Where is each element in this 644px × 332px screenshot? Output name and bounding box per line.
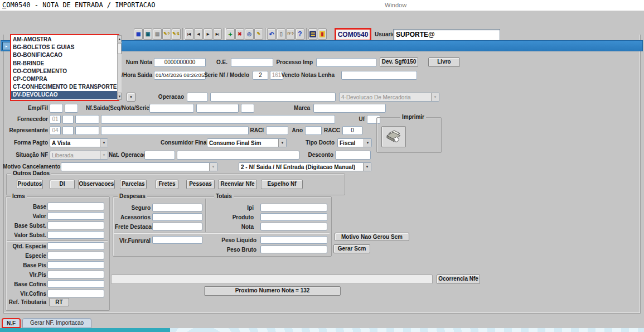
list-item[interactable]: CP-COMPRA	[11, 75, 117, 83]
frete-destacado-field[interactable]	[152, 223, 202, 230]
vencto-notas-lenha-field[interactable]	[341, 71, 417, 80]
ano-label: Ano	[288, 126, 303, 135]
seguro-label: Seguro	[115, 204, 151, 213]
gerar-scm-button[interactable]: Gerar Scm	[333, 244, 370, 253]
list-item[interactable]: AM-AMOSTRA	[11, 36, 117, 44]
icms-base-field[interactable]	[47, 203, 104, 210]
reenviar-nfe-button[interactable]: Reenviar Nfe	[218, 180, 257, 189]
raci-field[interactable]	[266, 126, 288, 135]
operacao-code-field[interactable]	[187, 93, 208, 102]
representante-emp-field: 04	[50, 126, 61, 135]
emp-field[interactable]	[50, 104, 63, 113]
racc-field[interactable]: 0	[342, 126, 362, 135]
ipi-field[interactable]	[260, 204, 327, 211]
produtos-button[interactable]: Produtos	[17, 180, 43, 189]
situacao-nf-combo: Liberada ▼	[50, 151, 108, 160]
vlr-funrural-field[interactable]	[152, 236, 202, 244]
chevron-down-icon: ▼	[209, 163, 217, 171]
representante-code-field[interactable]	[75, 126, 99, 135]
vlr-pis-field[interactable]	[47, 271, 104, 278]
scroll-thumb[interactable]	[118, 43, 122, 54]
serie-nf-label: Serie Nf / Modelo	[190, 71, 249, 80]
di-button[interactable]: DI	[50, 180, 75, 189]
imprimir-button[interactable]	[381, 126, 406, 147]
base-cofins-field[interactable]	[47, 280, 104, 288]
tab-gerar-nf-importacao[interactable]: Gerar NF. Importacao	[22, 318, 91, 328]
representante-name-field[interactable]	[101, 126, 249, 135]
window-title: COM0540 - NOTA DE ENTRADA / IMPORTACAO	[2, 1, 156, 9]
peso-liquido-label: Peso Liquido	[212, 236, 256, 245]
wallpaper-fragment	[170, 328, 644, 332]
proximo-numero-nota-button[interactable]: Proximo Numero Nota = 132	[204, 286, 341, 296]
vlr-cofins-field[interactable]	[47, 290, 104, 297]
pessoas-button[interactable]: Pessoas	[186, 180, 215, 189]
ocorrencia-nfe-button[interactable]: Ocorrencia Nfe	[437, 275, 480, 284]
scroll-down-icon[interactable]: ▼	[118, 93, 122, 100]
fornecedor-code-field[interactable]	[75, 115, 99, 124]
nf-saida-seq-field[interactable]	[149, 104, 194, 113]
nf-saida-serie-field[interactable]	[241, 104, 254, 113]
produto-field[interactable]	[260, 213, 327, 221]
seguro-field[interactable]	[152, 204, 202, 211]
list-item[interactable]: BG-BOLETOS E GUIAS	[11, 44, 117, 51]
list-item-selected[interactable]: DV-DEVOLUCAO	[11, 91, 117, 99]
acessorios-field[interactable]	[152, 213, 202, 221]
icms-base-subst-field[interactable]	[47, 222, 104, 229]
oe-label: O.E.	[195, 58, 227, 67]
list-item[interactable]: CO-COMPLEMENTO	[11, 68, 117, 75]
tipo-digitacao-combo[interactable]: 2 - Nf Saida / Nf Entrada (Digitacao Man…	[239, 162, 371, 171]
tipo-docto-value: Fiscal	[338, 140, 364, 146]
tab-nf[interactable]: N.F	[2, 318, 21, 328]
espelho-nf-button[interactable]: Espelho Nf	[261, 180, 303, 189]
consumidor-final-combo[interactable]: Consumo Final Sim ▼	[207, 138, 287, 147]
list-item[interactable]: CT-CONHECIMENTO DE TRANSPORTE	[11, 83, 117, 91]
menu-window[interactable]: Window	[385, 2, 406, 8]
desconto-field[interactable]	[335, 151, 371, 160]
peso-liquido-field[interactable]	[260, 236, 327, 244]
especie-field[interactable]	[47, 252, 104, 259]
operacao-combo-arrow[interactable]: ▼	[127, 93, 135, 102]
window-titlebar: COM0540 - NOTA DE ENTRADA / IMPORTACAO W…	[0, 0, 644, 11]
base-pis-field[interactable]	[47, 261, 104, 269]
nat-operacao-code-field[interactable]	[144, 151, 175, 160]
vlr-pis-label: Vlr.Pis	[8, 271, 46, 280]
dev-sgf0150-button[interactable]: Dev. Sgf0150	[380, 57, 418, 67]
chevron-down-icon: ▼	[364, 139, 371, 147]
parcelas-button[interactable]: Parcelas	[120, 180, 147, 189]
forma-pagto-combo[interactable]: A Vista ▼	[50, 138, 108, 147]
scroll-up-icon[interactable]: ▲	[118, 35, 122, 42]
chevron-down-icon: ▼	[431, 93, 439, 101]
qtd-especie-field[interactable]	[47, 242, 104, 250]
nat-operacao-desc-field[interactable]	[177, 151, 299, 160]
icms-valor-field[interactable]	[47, 212, 104, 220]
group-divider-horizontal	[114, 233, 330, 234]
imprimir-title: Imprimir	[400, 114, 426, 120]
fornecedor-name-field[interactable]	[101, 115, 335, 124]
list-item[interactable]: BO-BONIFICACAO	[11, 51, 117, 59]
rt-button[interactable]: RT	[49, 298, 69, 306]
marca-field[interactable]	[313, 104, 386, 113]
livro-button[interactable]: Livro	[428, 57, 460, 67]
fornecedor-fil-field[interactable]	[62, 115, 74, 124]
processo-imp-field[interactable]	[316, 58, 376, 67]
fretes-button[interactable]: Fretes	[156, 180, 178, 189]
nf-saida-nota-field[interactable]	[196, 104, 239, 113]
dropdown-items: AM-AMOSTRA BG-BOLETOS E GUIAS BO-BONIFIC…	[11, 35, 117, 100]
peso-bruto-field[interactable]	[260, 246, 327, 253]
list-item[interactable]: BR-BRINDE	[11, 60, 117, 68]
observacoes-button[interactable]: Observacoes	[78, 180, 115, 189]
serie-nf-field[interactable]: 2	[253, 71, 268, 80]
vencto-notas-lenha-label: Vencto Notas Lenha	[279, 71, 335, 80]
nota-field[interactable]	[260, 223, 327, 230]
fil-field[interactable]	[65, 104, 78, 113]
toolbar: ▦ ▣ ▤ ✎? ✎↯ |◀ ◀ ▶ ▶| + ✖ ◎ ✎ ↶ ▯ ☞? ?	[0, 11, 644, 35]
icms-valor-subst-field[interactable]	[47, 231, 104, 239]
tipo-docto-combo[interactable]: Fiscal ▼	[337, 138, 372, 147]
dropdown-scrollbar[interactable]: ▲ ▼	[117, 35, 122, 100]
motivo-nao-gerou-scm-button[interactable]: Motivo Nao Gerou Scm	[335, 233, 409, 241]
operacao-desc-field[interactable]	[210, 93, 336, 102]
representante-fil-field[interactable]	[62, 126, 74, 135]
racc-label: RACC	[319, 126, 340, 135]
tipo-operacao-combo: 4-Devolucao De Mercadoria ▼	[339, 93, 439, 102]
icms-base-label: Base	[8, 203, 46, 211]
